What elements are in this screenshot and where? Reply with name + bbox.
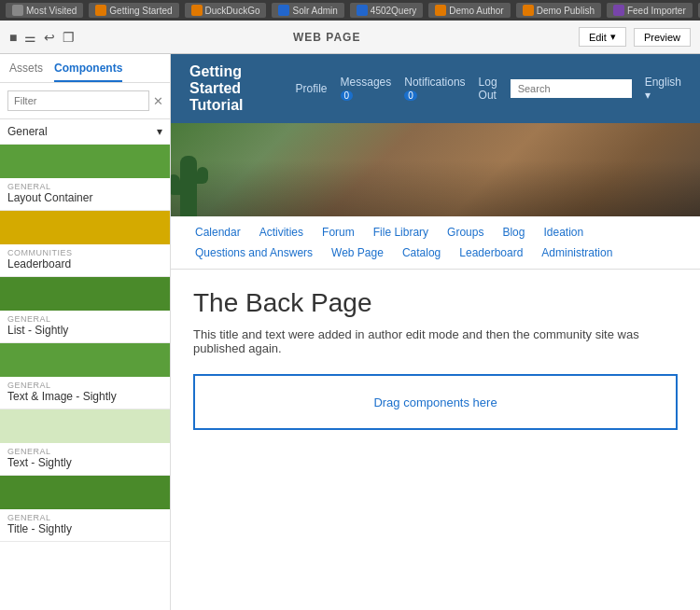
favicon-demo-publish [523, 5, 534, 16]
browser-tab-demo-author[interactable]: Demo Author [428, 3, 510, 18]
nav-ideation[interactable]: Ideation [534, 222, 593, 243]
dropdown-chevron-icon: ▾ [157, 125, 162, 138]
nav-questions-answers[interactable]: Questions and Answers [186, 243, 322, 263]
toolbar-left: ■ ⚌ ↩ ❐ [9, 30, 75, 45]
left-panel: Assets Components ✕ General ▾ GENERAL [0, 54, 171, 610]
component-name: Text - Sightly [7, 456, 162, 469]
nav-logout[interactable]: Log Out [479, 76, 497, 102]
nav-catalog[interactable]: Catalog [393, 243, 450, 263]
favicon-demo-author [435, 5, 446, 16]
page-title: The Back Page [193, 288, 678, 318]
nav-leaderboard[interactable]: Leaderboard [450, 243, 532, 263]
nav-groups[interactable]: Groups [438, 222, 493, 243]
list-item[interactable]: COMMUNITIES Leaderboard [0, 211, 170, 277]
page-header: Getting Started Tutorial Profile Message… [171, 54, 700, 123]
panel-search: ✕ [0, 83, 170, 119]
cactus-decoration [180, 156, 197, 216]
favicon-feed [613, 5, 624, 16]
page-header-title: Getting Started Tutorial [189, 63, 296, 114]
messages-badge: 0 [341, 90, 354, 101]
clear-search-icon[interactable]: ✕ [153, 94, 163, 108]
redo-icon[interactable]: ❐ [63, 30, 75, 45]
notifications-badge: 0 [404, 90, 417, 101]
tab-assets[interactable]: Assets [9, 62, 43, 82]
page-header-nav: Profile Messages 0 Notifications 0 Log O… [296, 76, 681, 102]
nav-profile[interactable]: Profile [296, 82, 328, 95]
list-item[interactable]: GENERAL Text & Image - Sightly [0, 343, 170, 409]
component-category: GENERAL [7, 182, 162, 191]
hero-image [171, 123, 700, 216]
component-category: GENERAL [7, 513, 162, 522]
browser-tab-feed[interactable]: Feed Importer [607, 3, 693, 18]
browser-tab-getting-started[interactable]: Getting Started [89, 3, 178, 18]
component-swatch [0, 343, 170, 377]
component-label: GENERAL Text & Image - Sightly [0, 377, 170, 409]
drop-zone[interactable]: Drag components here [193, 374, 678, 430]
components-list: GENERAL Layout Container COMMUNITIES Lea… [0, 145, 170, 610]
header-search-input[interactable] [511, 79, 632, 98]
component-swatch [0, 145, 170, 178]
favicon-getting-started [95, 5, 106, 16]
nav-forum[interactable]: Forum [313, 222, 364, 243]
browser-tab-4502[interactable]: 4502Query [350, 3, 423, 18]
nav-activities[interactable]: Activities [250, 222, 313, 243]
list-item[interactable]: GENERAL List - Sightly [0, 277, 170, 343]
favicon-most-visited [12, 5, 23, 16]
toolbar: ■ ⚌ ↩ ❐ WEB PAGE Edit ▾ Preview [0, 21, 700, 54]
component-name: Leaderboard [7, 257, 162, 270]
undo-icon[interactable]: ↩ [44, 30, 55, 45]
page-description: This title and text were added in author… [193, 327, 678, 355]
nav-language[interactable]: English ▾ [645, 76, 681, 102]
component-category: GENERAL [7, 447, 162, 456]
component-name: List - Sightly [7, 324, 162, 337]
nav-administration[interactable]: Administration [532, 243, 622, 263]
component-swatch [0, 277, 170, 311]
component-category: GENERAL [7, 381, 162, 390]
nav-calendar[interactable]: Calendar [186, 222, 250, 243]
hero-image-overlay [171, 123, 700, 216]
component-label: GENERAL Title - Sightly [0, 509, 170, 541]
page-navigation: Calendar Activities Forum File Library G… [171, 216, 700, 270]
component-name: Text & Image - Sightly [7, 390, 162, 403]
list-item[interactable]: GENERAL Title - Sightly [0, 476, 170, 542]
component-label: COMMUNITIES Leaderboard [0, 244, 170, 276]
list-item[interactable]: GENERAL Layout Container [0, 145, 170, 211]
component-label: GENERAL List - Sightly [0, 311, 170, 342]
edit-button[interactable]: Edit ▾ [579, 27, 626, 47]
component-swatch [0, 476, 170, 509]
component-swatch [0, 409, 170, 443]
component-category: COMMUNITIES [7, 248, 162, 257]
browser-tab-demo-publish[interactable]: Demo Publish [516, 3, 601, 18]
tab-components[interactable]: Components [54, 62, 122, 82]
browser-tab-most-visited[interactable]: Most Visited [6, 3, 83, 18]
toolbar-right: Edit ▾ Preview [579, 27, 691, 47]
favicon-solr [278, 5, 289, 16]
browser-tab-duckduckgo[interactable]: DuckDuckGo [185, 3, 267, 18]
nav-blog[interactable]: Blog [493, 222, 534, 243]
search-input[interactable] [7, 90, 149, 111]
page-content-area: The Back Page This title and text were a… [171, 270, 700, 449]
component-category: GENERAL [7, 314, 162, 324]
component-label: GENERAL Layout Container [0, 178, 170, 210]
settings-icon[interactable]: ⚌ [24, 30, 36, 45]
favicon-duckduckgo [191, 5, 203, 16]
toolbar-center: WEB PAGE [84, 31, 568, 44]
favicon-4502 [357, 5, 368, 16]
nav-file-library[interactable]: File Library [364, 222, 438, 243]
browser-bar: Most Visited Getting Started DuckDuckGo … [0, 0, 700, 21]
component-name: Layout Container [7, 191, 162, 204]
webpage-frame: Getting Started Tutorial Profile Message… [171, 54, 700, 610]
component-swatch [0, 211, 170, 244]
category-dropdown[interactable]: General ▾ [0, 119, 170, 145]
list-item[interactable]: GENERAL Text - Sightly [0, 409, 170, 476]
chevron-down-icon: ▾ [610, 31, 616, 43]
nav-web-page[interactable]: Web Page [322, 243, 393, 263]
nav-notifications[interactable]: Notifications 0 [404, 76, 465, 102]
component-label: GENERAL Text - Sightly [0, 443, 170, 475]
preview-button[interactable]: Preview [634, 28, 691, 47]
nav-messages[interactable]: Messages 0 [341, 76, 392, 102]
panel-tabs: Assets Components [0, 54, 170, 83]
browser-tab-solr[interactable]: Solr Admin [272, 3, 343, 18]
panels-icon[interactable]: ■ [9, 30, 17, 45]
main-content: Getting Started Tutorial Profile Message… [171, 54, 700, 610]
